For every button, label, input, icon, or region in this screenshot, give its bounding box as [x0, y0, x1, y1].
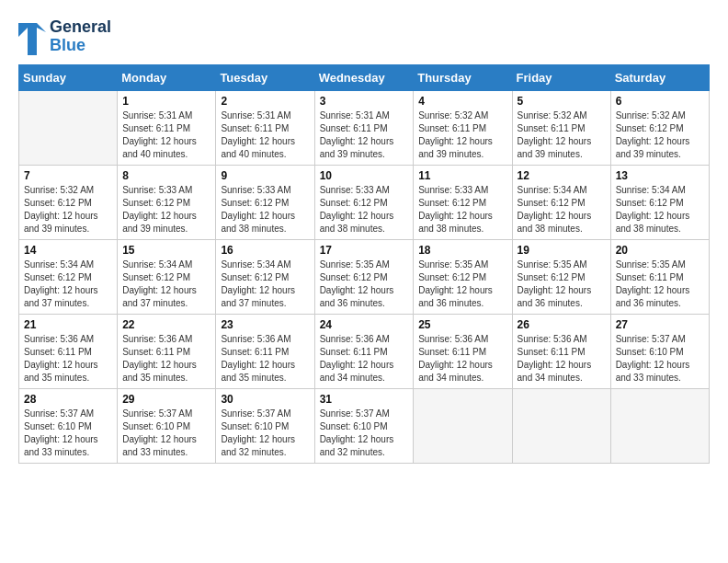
day-info: Sunrise: 5:37 AMSunset: 6:10 PMDaylight:…	[24, 408, 112, 459]
calendar-table: SundayMondayTuesdayWednesdayThursdayFrid…	[18, 64, 710, 464]
header-tuesday: Tuesday	[216, 65, 314, 91]
day-info: Sunrise: 5:35 AMSunset: 6:12 PMDaylight:…	[518, 259, 606, 310]
day-number: 8	[122, 169, 210, 182]
day-info: Sunrise: 5:34 AMSunset: 6:12 PMDaylight:…	[518, 184, 606, 236]
day-info: Sunrise: 5:35 AMSunset: 6:12 PMDaylight:…	[320, 259, 409, 310]
calendar-week-4: 21Sunrise: 5:36 AMSunset: 6:11 PMDayligh…	[19, 315, 710, 389]
calendar-cell	[610, 389, 709, 464]
calendar-cell: 15Sunrise: 5:34 AMSunset: 6:12 PMDayligh…	[118, 240, 216, 315]
day-number: 12	[518, 169, 606, 182]
day-number: 18	[418, 244, 506, 257]
day-number: 30	[221, 393, 309, 406]
day-info: Sunrise: 5:32 AMSunset: 6:12 PMDaylight:…	[616, 109, 704, 161]
calendar-cell: 2Sunrise: 5:31 AMSunset: 6:11 PMDaylight…	[216, 91, 314, 166]
logo-text: GeneralBlue	[50, 18, 111, 55]
day-number: 3	[320, 95, 409, 108]
calendar-week-5: 28Sunrise: 5:37 AMSunset: 6:10 PMDayligh…	[19, 389, 710, 464]
day-info: Sunrise: 5:37 AMSunset: 6:10 PMDaylight:…	[320, 408, 409, 459]
calendar-cell: 4Sunrise: 5:32 AMSunset: 6:11 PMDaylight…	[414, 91, 512, 166]
calendar-cell: 19Sunrise: 5:35 AMSunset: 6:12 PMDayligh…	[512, 240, 610, 315]
calendar-cell: 29Sunrise: 5:37 AMSunset: 6:10 PMDayligh…	[118, 389, 216, 464]
day-info: Sunrise: 5:35 AMSunset: 6:12 PMDaylight:…	[418, 259, 506, 310]
calendar-week-2: 7Sunrise: 5:32 AMSunset: 6:12 PMDaylight…	[19, 166, 710, 240]
day-number: 14	[24, 244, 112, 257]
calendar-header-row: SundayMondayTuesdayWednesdayThursdayFrid…	[19, 65, 710, 91]
day-number: 31	[320, 393, 409, 406]
calendar-cell: 9Sunrise: 5:33 AMSunset: 6:12 PMDaylight…	[216, 166, 314, 240]
calendar-cell: 28Sunrise: 5:37 AMSunset: 6:10 PMDayligh…	[19, 389, 118, 464]
day-info: Sunrise: 5:36 AMSunset: 6:11 PMDaylight:…	[122, 333, 210, 385]
header-saturday: Saturday	[610, 65, 709, 91]
day-number: 19	[518, 244, 606, 257]
calendar-cell: 11Sunrise: 5:33 AMSunset: 6:12 PMDayligh…	[414, 166, 512, 240]
calendar-cell: 23Sunrise: 5:36 AMSunset: 6:11 PMDayligh…	[216, 315, 314, 389]
calendar-cell: 18Sunrise: 5:35 AMSunset: 6:12 PMDayligh…	[414, 240, 512, 315]
day-info: Sunrise: 5:31 AMSunset: 6:11 PMDaylight:…	[320, 109, 409, 161]
day-info: Sunrise: 5:32 AMSunset: 6:12 PMDaylight:…	[24, 184, 112, 236]
day-number: 27	[616, 318, 704, 331]
calendar-cell: 16Sunrise: 5:34 AMSunset: 6:12 PMDayligh…	[216, 240, 314, 315]
calendar-cell: 14Sunrise: 5:34 AMSunset: 6:12 PMDayligh…	[19, 240, 118, 315]
calendar-cell	[19, 91, 118, 166]
calendar-cell	[512, 389, 610, 464]
day-number: 22	[122, 318, 210, 331]
header-thursday: Thursday	[414, 65, 512, 91]
calendar-cell	[414, 389, 512, 464]
day-info: Sunrise: 5:34 AMSunset: 6:12 PMDaylight:…	[221, 259, 309, 310]
calendar-cell: 13Sunrise: 5:34 AMSunset: 6:12 PMDayligh…	[610, 166, 709, 240]
calendar-cell: 26Sunrise: 5:36 AMSunset: 6:11 PMDayligh…	[512, 315, 610, 389]
calendar-cell: 12Sunrise: 5:34 AMSunset: 6:12 PMDayligh…	[512, 166, 610, 240]
calendar-cell: 20Sunrise: 5:35 AMSunset: 6:11 PMDayligh…	[610, 240, 709, 315]
day-info: Sunrise: 5:36 AMSunset: 6:11 PMDaylight:…	[320, 333, 409, 385]
header-monday: Monday	[118, 65, 216, 91]
day-info: Sunrise: 5:33 AMSunset: 6:12 PMDaylight:…	[320, 184, 409, 236]
day-info: Sunrise: 5:37 AMSunset: 6:10 PMDaylight:…	[122, 408, 210, 459]
calendar-cell: 8Sunrise: 5:33 AMSunset: 6:12 PMDaylight…	[118, 166, 216, 240]
day-number: 21	[24, 318, 112, 331]
day-number: 6	[616, 95, 704, 108]
day-info: Sunrise: 5:34 AMSunset: 6:12 PMDaylight:…	[24, 259, 112, 310]
calendar-cell: 7Sunrise: 5:32 AMSunset: 6:12 PMDaylight…	[19, 166, 118, 240]
header: GeneralBlue	[18, 18, 710, 55]
day-info: Sunrise: 5:37 AMSunset: 6:10 PMDaylight:…	[221, 408, 309, 459]
calendar-cell: 21Sunrise: 5:36 AMSunset: 6:11 PMDayligh…	[19, 315, 118, 389]
day-number: 23	[221, 318, 309, 331]
day-number: 10	[320, 169, 409, 182]
day-number: 11	[418, 169, 506, 182]
header-sunday: Sunday	[19, 65, 118, 91]
header-friday: Friday	[512, 65, 610, 91]
day-info: Sunrise: 5:36 AMSunset: 6:11 PMDaylight:…	[221, 333, 309, 385]
day-info: Sunrise: 5:35 AMSunset: 6:11 PMDaylight:…	[616, 259, 704, 310]
day-info: Sunrise: 5:31 AMSunset: 6:11 PMDaylight:…	[122, 109, 210, 161]
svg-marker-0	[18, 23, 46, 55]
day-info: Sunrise: 5:32 AMSunset: 6:11 PMDaylight:…	[518, 109, 606, 161]
logo: GeneralBlue	[18, 18, 111, 55]
day-info: Sunrise: 5:37 AMSunset: 6:10 PMDaylight:…	[616, 333, 704, 385]
day-number: 13	[616, 169, 704, 182]
day-number: 20	[616, 244, 704, 257]
day-info: Sunrise: 5:34 AMSunset: 6:12 PMDaylight:…	[122, 259, 210, 310]
calendar-week-3: 14Sunrise: 5:34 AMSunset: 6:12 PMDayligh…	[19, 240, 710, 315]
day-number: 1	[122, 95, 210, 108]
day-number: 24	[320, 318, 409, 331]
calendar-cell: 1Sunrise: 5:31 AMSunset: 6:11 PMDaylight…	[118, 91, 216, 166]
day-number: 2	[221, 95, 309, 108]
day-info: Sunrise: 5:33 AMSunset: 6:12 PMDaylight:…	[418, 184, 506, 236]
calendar-cell: 31Sunrise: 5:37 AMSunset: 6:10 PMDayligh…	[314, 389, 414, 464]
logo-graphic	[18, 18, 46, 55]
calendar-cell: 6Sunrise: 5:32 AMSunset: 6:12 PMDaylight…	[610, 91, 709, 166]
day-number: 7	[24, 169, 112, 182]
calendar-cell: 30Sunrise: 5:37 AMSunset: 6:10 PMDayligh…	[216, 389, 314, 464]
day-info: Sunrise: 5:31 AMSunset: 6:11 PMDaylight:…	[221, 109, 309, 161]
day-number: 16	[221, 244, 309, 257]
calendar-cell: 24Sunrise: 5:36 AMSunset: 6:11 PMDayligh…	[314, 315, 414, 389]
day-info: Sunrise: 5:36 AMSunset: 6:11 PMDaylight:…	[24, 333, 112, 385]
day-number: 4	[418, 95, 506, 108]
calendar-cell: 5Sunrise: 5:32 AMSunset: 6:11 PMDaylight…	[512, 91, 610, 166]
calendar-cell: 3Sunrise: 5:31 AMSunset: 6:11 PMDaylight…	[314, 91, 414, 166]
calendar-cell: 25Sunrise: 5:36 AMSunset: 6:11 PMDayligh…	[414, 315, 512, 389]
day-number: 26	[518, 318, 606, 331]
day-number: 29	[122, 393, 210, 406]
day-info: Sunrise: 5:34 AMSunset: 6:12 PMDaylight:…	[616, 184, 704, 236]
calendar-cell: 17Sunrise: 5:35 AMSunset: 6:12 PMDayligh…	[314, 240, 414, 315]
